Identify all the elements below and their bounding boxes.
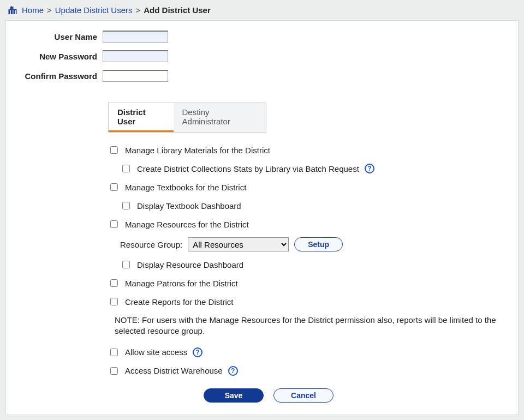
checkbox-manage-patrons[interactable] bbox=[110, 279, 118, 287]
opt-create-collections-stats-label: Create District Collections Stats by Lib… bbox=[137, 164, 359, 173]
opt-create-collections-stats[interactable]: Create District Collections Stats by Lib… bbox=[120, 163, 506, 174]
opt-manage-resources-label: Manage Resources for the District bbox=[125, 220, 249, 229]
checkbox-display-textbook-dashboard[interactable] bbox=[122, 202, 130, 209]
save-button[interactable]: Save bbox=[204, 388, 264, 403]
options-panel: Manage Library Materials for the Distric… bbox=[108, 145, 506, 403]
tab-district-user[interactable]: District User bbox=[109, 103, 174, 132]
svg-rect-3 bbox=[16, 10, 17, 14]
cancel-button[interactable]: Cancel bbox=[273, 388, 334, 403]
confirm-password-label: Confirm Password bbox=[18, 71, 103, 81]
checkbox-create-reports[interactable] bbox=[110, 298, 118, 305]
opt-display-resource-dashboard-label: Display Resource Dashboard bbox=[137, 260, 243, 269]
checkbox-allow-site-access[interactable] bbox=[110, 349, 118, 356]
checkbox-access-warehouse[interactable] bbox=[110, 367, 118, 375]
opt-access-warehouse-label: Access District Warehouse bbox=[125, 366, 223, 375]
checkbox-manage-textbooks[interactable] bbox=[110, 183, 118, 191]
svg-rect-4 bbox=[9, 9, 17, 10]
help-icon[interactable]: ? bbox=[193, 347, 203, 357]
resource-group-row: Resource Group: All Resources Setup bbox=[120, 237, 506, 251]
opt-manage-patrons-label: Manage Patrons for the District bbox=[125, 279, 238, 288]
home-icon bbox=[8, 6, 17, 15]
svg-rect-2 bbox=[14, 10, 15, 14]
checkbox-manage-resources[interactable] bbox=[110, 220, 118, 228]
svg-rect-1 bbox=[11, 10, 13, 14]
confirm-password-input[interactable] bbox=[103, 70, 168, 82]
opt-display-textbook-dashboard[interactable]: Display Textbook Dashboard bbox=[120, 200, 506, 211]
tab-bar: District User Destiny Administrator bbox=[108, 103, 266, 133]
opt-create-reports-label: Create Reports for the District bbox=[125, 297, 233, 307]
opt-allow-site-access-label: Allow site access bbox=[125, 347, 187, 357]
breadcrumb-home-link[interactable]: Home bbox=[22, 5, 44, 15]
checkbox-display-resource-dashboard[interactable] bbox=[122, 261, 130, 268]
help-icon[interactable]: ? bbox=[228, 366, 238, 376]
opt-access-warehouse[interactable]: Access District Warehouse ? bbox=[108, 365, 506, 376]
checkbox-manage-library[interactable] bbox=[110, 146, 118, 154]
opt-manage-library[interactable]: Manage Library Materials for the Distric… bbox=[108, 145, 506, 155]
setup-button[interactable]: Setup bbox=[294, 237, 343, 251]
new-password-input[interactable] bbox=[103, 50, 168, 62]
content-panel: User Name New Password Confirm Password … bbox=[5, 20, 519, 415]
username-input[interactable] bbox=[103, 31, 168, 43]
opt-manage-resources[interactable]: Manage Resources for the District bbox=[108, 219, 506, 230]
breadcrumb-separator: > bbox=[135, 5, 140, 15]
opt-manage-patrons[interactable]: Manage Patrons for the District bbox=[108, 278, 506, 289]
opt-manage-textbooks-label: Manage Textbooks for the District bbox=[125, 183, 246, 192]
opt-manage-library-label: Manage Library Materials for the Distric… bbox=[125, 146, 270, 155]
reports-note: NOTE: For users with the Manage Resource… bbox=[115, 315, 506, 337]
opt-create-reports[interactable]: Create Reports for the District bbox=[108, 296, 506, 307]
resource-group-select[interactable]: All Resources bbox=[188, 237, 289, 251]
breadcrumb: Home > Update District Users > Add Distr… bbox=[0, 0, 524, 20]
opt-manage-textbooks[interactable]: Manage Textbooks for the District bbox=[108, 182, 506, 193]
tab-destiny-administrator[interactable]: Destiny Administrator bbox=[174, 103, 266, 132]
action-row: Save Cancel bbox=[204, 388, 506, 403]
opt-display-resource-dashboard[interactable]: Display Resource Dashboard bbox=[120, 259, 506, 270]
svg-rect-0 bbox=[9, 10, 10, 14]
breadcrumb-update-users-link[interactable]: Update District Users bbox=[55, 5, 133, 15]
breadcrumb-separator: > bbox=[47, 5, 52, 15]
username-label: User Name bbox=[18, 32, 103, 41]
svg-rect-6 bbox=[11, 6, 13, 7]
new-password-label: New Password bbox=[18, 52, 103, 61]
opt-allow-site-access[interactable]: Allow site access ? bbox=[108, 347, 506, 358]
help-icon[interactable]: ? bbox=[365, 164, 374, 173]
breadcrumb-current: Add District User bbox=[144, 5, 211, 15]
opt-display-textbook-dashboard-label: Display Textbook Dashboard bbox=[137, 201, 241, 211]
checkbox-create-collections-stats[interactable] bbox=[122, 165, 130, 172]
resource-group-label: Resource Group: bbox=[120, 240, 182, 249]
